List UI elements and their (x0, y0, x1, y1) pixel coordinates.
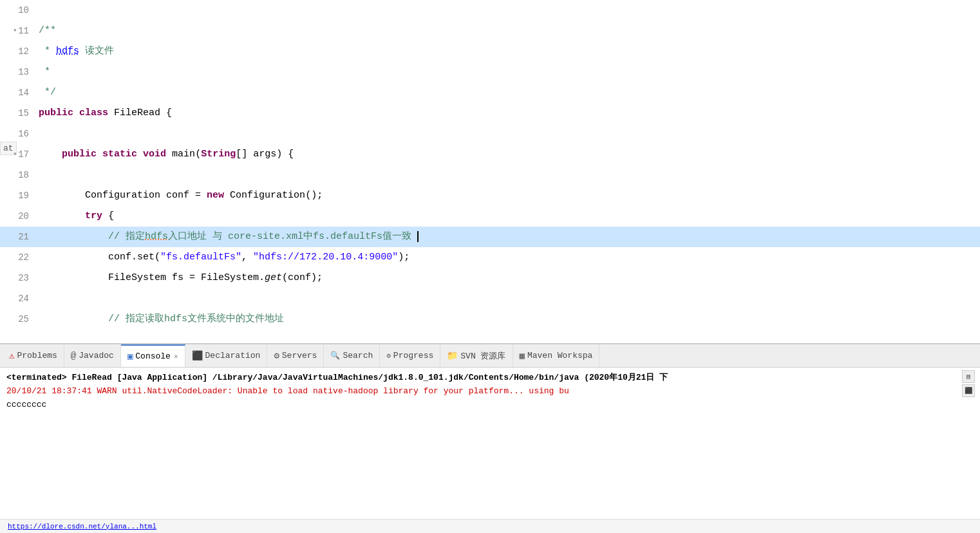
line-content[interactable]: Configuration conf = new Configuration()… (35, 185, 980, 206)
tab-progress-label: Progress (393, 351, 433, 360)
line-number: 22 (0, 247, 35, 268)
code-line: 10 (0, 0, 980, 21)
tab-console[interactable]: ▣ Console ✕ (121, 344, 185, 367)
code-line: ▾11 /** (0, 21, 980, 41)
line-content[interactable]: */ (35, 82, 980, 103)
line-number: 24 (0, 288, 35, 309)
bottom-panel: ⚠ Problems @ Javadoc ▣ Console ✕ ⬛ Decla… (0, 343, 980, 533)
tab-problems-label: Problems (17, 351, 57, 360)
tab-javadoc[interactable]: @ Javadoc (64, 344, 121, 367)
code-line: 13 * (0, 62, 980, 82)
console-warn-line: 20/10/21 18:37:41 WARN util.NativeCodeLo… (6, 385, 974, 398)
console-icon: ▣ (127, 351, 133, 362)
tab-problems[interactable]: ⚠ Problems (3, 344, 64, 367)
code-line: 18 (0, 165, 980, 185)
status-url-link[interactable]: https://dlore.csdn.net/ylana...html (8, 523, 156, 530)
tab-search[interactable]: 🔍 Search (324, 344, 380, 367)
line-number: 23 (0, 268, 35, 288)
line-number: 21 (0, 227, 35, 247)
tab-servers-label: Servers (282, 351, 317, 360)
code-line: 22 conf.set("fs.defaultFs", "hdfs://172.… (0, 247, 980, 268)
line-number: 10 (0, 0, 35, 21)
code-area[interactable]: 10 ▾11 /** 12 * hdfs 读文件 13 * 14 */ 15 (0, 0, 980, 330)
problems-icon: ⚠ (9, 350, 14, 361)
line-number: 18 (0, 165, 35, 185)
line-number: ▾17 (0, 144, 35, 165)
tab-console-label: Console (135, 351, 171, 361)
console-toolbar: ▤ ⬛ (962, 370, 975, 397)
code-line: 15 public class FileRead { (0, 103, 980, 124)
tab-declaration-label: Declaration (205, 351, 261, 360)
code-line: 24 (0, 288, 980, 309)
tab-bar: ⚠ Problems @ Javadoc ▣ Console ✕ ⬛ Decla… (0, 344, 980, 368)
line-number: 16 (0, 124, 35, 144)
console-terminated-line: <terminated> FileRead [Java Application]… (6, 371, 974, 385)
tab-maven[interactable]: ▦ Maven Workspa (513, 344, 600, 367)
code-line: 12 * hdfs 读文件 (0, 41, 980, 62)
console-scroll-top-button[interactable]: ▤ (962, 370, 975, 383)
line-number: 12 (0, 41, 35, 62)
collapse-icon[interactable]: ▾ (13, 21, 17, 41)
tab-svn[interactable]: 📁 SVN 资源库 (440, 344, 513, 367)
tab-maven-label: Maven Workspa (527, 351, 592, 360)
tab-progress[interactable]: ⚙ Progress (380, 344, 440, 367)
line-content[interactable]: try { (35, 206, 980, 227)
line-content[interactable]: * hdfs 读文件 (35, 41, 980, 62)
line-number: 25 (0, 309, 35, 330)
line-content[interactable]: * (35, 62, 980, 82)
code-line: 25 // 指定读取hdfs文件系统中的文件地址 (0, 309, 980, 330)
line-content[interactable]: conf.set("fs.defaultFs", "hdfs://172.20.… (35, 247, 980, 268)
line-content[interactable]: // 指定hdfs入口地址 与 core-site.xml中fs.default… (35, 227, 980, 247)
tab-search-label: Search (343, 351, 373, 360)
tab-svn-label: SVN 资源库 (460, 350, 505, 362)
line-number: 20 (0, 206, 35, 227)
line-number: ▾11 (0, 21, 35, 41)
code-editor: at 10 ▾11 /** 12 * hdfs 读文件 13 * 14 */ (0, 0, 980, 343)
line-number: 15 (0, 103, 35, 124)
tab-servers[interactable]: ⚙ Servers (267, 344, 324, 367)
code-line: 16 (0, 124, 980, 144)
line-number: 13 (0, 62, 35, 82)
line-number: 19 (0, 185, 35, 206)
code-line: 14 */ (0, 82, 980, 103)
line-content[interactable]: FileSystem fs = FileSystem.get(conf); (35, 268, 980, 288)
line-content[interactable]: /** (35, 21, 980, 41)
code-line: 20 try { (0, 206, 980, 227)
tab-declaration[interactable]: ⬛ Declaration (185, 344, 268, 367)
javadoc-icon: @ (71, 351, 76, 361)
line-content[interactable]: public static void main(String[] args) { (35, 144, 980, 165)
status-bar: https://dlore.csdn.net/ylana...html (0, 519, 980, 533)
svn-icon: 📁 (447, 350, 458, 361)
maven-icon: ▦ (520, 350, 525, 361)
line-content[interactable]: public class FileRead { (35, 103, 980, 124)
declaration-icon: ⬛ (192, 350, 203, 361)
servers-icon: ⚙ (274, 350, 279, 361)
console-content: <terminated> FileRead [Java Application]… (0, 368, 980, 519)
line-number: 14 (0, 82, 35, 103)
code-line: 23 FileSystem fs = FileSystem.get(conf); (0, 268, 980, 288)
progress-icon: ⚙ (386, 351, 391, 360)
code-line: ▾17 public static void main(String[] arg… (0, 144, 980, 165)
code-line-highlighted: 21 // 指定hdfs入口地址 与 core-site.xml中fs.defa… (0, 227, 980, 247)
search-icon: 🔍 (330, 351, 340, 360)
collapse-icon[interactable]: ▾ (13, 144, 17, 165)
tab-javadoc-label: Javadoc (79, 351, 114, 360)
line-content[interactable]: // 指定读取hdfs文件系统中的文件地址 (35, 309, 980, 330)
console-output-line: cccccccc (6, 398, 974, 412)
console-expand-button[interactable]: ⬛ (962, 384, 975, 397)
console-close-button[interactable]: ✕ (174, 352, 178, 360)
code-line: 19 Configuration conf = new Configuratio… (0, 185, 980, 206)
status-url-label: https://dlore.csdn.net/ylana...html (5, 523, 156, 530)
